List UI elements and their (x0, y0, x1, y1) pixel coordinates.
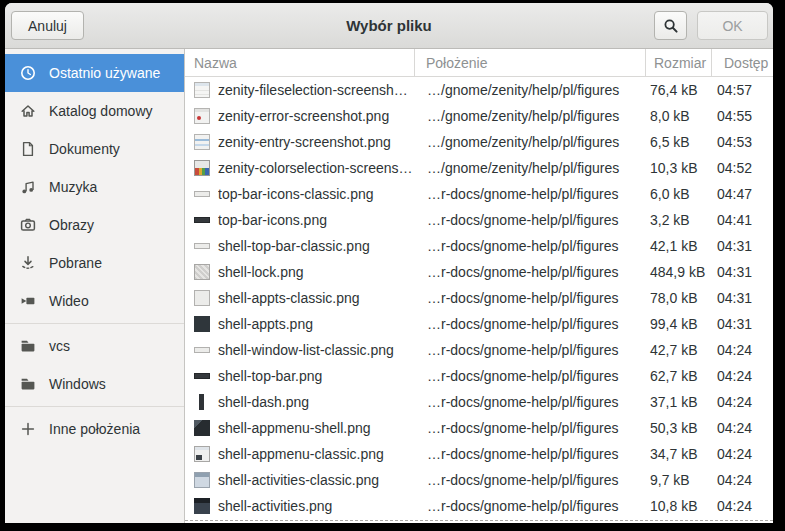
file-name: zenity-entry-screenshot.png (218, 134, 391, 150)
file-name: top-bar-icons.png (218, 212, 327, 228)
file-row[interactable]: top-bar-icons.png…r-docs/gnome-help/pl/f… (185, 207, 773, 233)
file-accessed: 04:31 (711, 290, 773, 306)
file-row[interactable]: top-bar-icons-classic.png…r-docs/gnome-h… (185, 181, 773, 207)
file-accessed: 04:52 (711, 160, 773, 176)
file-accessed: 04:55 (711, 108, 773, 124)
more-rows-indicator (185, 520, 773, 521)
file-row[interactable]: shell-dash.png…r-docs/gnome-help/pl/figu… (185, 389, 773, 415)
file-name: shell-appts.png (218, 316, 313, 332)
ok-button[interactable]: OK (697, 11, 768, 40)
file-row[interactable]: shell-appts-classic.png…r-docs/gnome-hel… (185, 285, 773, 311)
sidebar-separator (5, 406, 184, 407)
file-name-cell: shell-appmenu-classic.png (185, 446, 414, 462)
sidebar-item-pobrane[interactable]: Pobrane (5, 244, 184, 282)
file-location: …r-docs/gnome-help/pl/figures (414, 290, 645, 306)
file-accessed: 04:24 (711, 394, 773, 410)
file-row[interactable]: shell-appts.png…r-docs/gnome-help/pl/fig… (185, 311, 773, 337)
file-size: 8,0 kB (645, 108, 711, 124)
file-accessed: 04:24 (711, 472, 773, 488)
sidebar-item-muzyka[interactable]: Muzyka (5, 168, 184, 206)
file-row[interactable]: shell-window-list-classic.png…r-docs/gno… (185, 337, 773, 363)
file-size: 3,2 kB (645, 212, 711, 228)
file-name-cell: zenity-colorselection-screens… (185, 160, 414, 176)
file-size: 6,5 kB (645, 134, 711, 150)
file-list-area: Nazwa Położenie Rozmiar Dostęp zenity-fi… (185, 49, 773, 523)
search-button[interactable] (654, 11, 687, 40)
file-accessed: 04:24 (711, 420, 773, 436)
sidebar-item-label: Ostatnio używane (49, 65, 160, 81)
file-location: …/gnome/zenity/help/pl/figures (414, 108, 645, 124)
file-thumbnail-icon (194, 342, 210, 358)
file-name-cell: shell-appmenu-shell.png (185, 420, 414, 436)
file-accessed: 04:47 (711, 186, 773, 202)
file-row[interactable]: zenity-error-screenshot.png…/gnome/zenit… (185, 103, 773, 129)
file-thumbnail-icon (194, 82, 210, 98)
file-name-cell: zenity-fileselection-screensh… (185, 82, 414, 98)
sidebar-item-obrazy[interactable]: Obrazy (5, 206, 184, 244)
file-row[interactable]: shell-top-bar-classic.png…r-docs/gnome-h… (185, 233, 773, 259)
file-size: 9,7 kB (645, 472, 711, 488)
sidebar-item-windows[interactable]: Windows (5, 365, 184, 403)
file-row[interactable]: zenity-entry-screenshot.png…/gnome/zenit… (185, 129, 773, 155)
file-location: …r-docs/gnome-help/pl/figures (414, 472, 645, 488)
file-thumbnail-icon (194, 160, 210, 176)
file-row[interactable]: zenity-fileselection-screensh……/gnome/ze… (185, 77, 773, 103)
clock-icon (20, 65, 36, 81)
sidebar-item-katalog-domowy[interactable]: Katalog domowy (5, 92, 184, 130)
file-thumbnail-icon (194, 238, 210, 254)
column-header-name[interactable]: Nazwa (185, 49, 414, 76)
file-name-cell: shell-activities.png (185, 498, 414, 514)
file-name-cell: shell-activities-classic.png (185, 472, 414, 488)
file-size: 10,8 kB (645, 498, 711, 514)
file-thumbnail-icon (194, 368, 210, 384)
column-header-size[interactable]: Rozmiar (645, 49, 711, 76)
column-header-location[interactable]: Położenie (414, 49, 645, 76)
file-name: shell-activities.png (218, 498, 332, 514)
file-row[interactable]: shell-appmenu-classic.png…r-docs/gnome-h… (185, 441, 773, 467)
file-name-cell: shell-lock.png (185, 264, 414, 280)
file-accessed: 04:24 (711, 446, 773, 462)
file-row[interactable]: shell-top-bar.png…r-docs/gnome-help/pl/f… (185, 363, 773, 389)
column-header-accessed[interactable]: Dostęp (711, 49, 773, 76)
file-size: 484,9 kB (645, 264, 711, 280)
file-accessed: 04:57 (711, 82, 773, 98)
file-name-cell: shell-appts.png (185, 316, 414, 332)
file-size: 34,7 kB (645, 446, 711, 462)
file-name-cell: shell-top-bar.png (185, 368, 414, 384)
file-row[interactable]: shell-activities-classic.png…r-docs/gnom… (185, 467, 773, 493)
file-list: zenity-fileselection-screensh……/gnome/ze… (185, 77, 773, 523)
dialog-title: Wybór pliku (346, 17, 432, 34)
file-thumbnail-icon (194, 212, 210, 228)
folder-icon (20, 338, 36, 354)
sidebar-item-wideo[interactable]: Wideo (5, 282, 184, 320)
file-row[interactable]: shell-appmenu-shell.png…r-docs/gnome-hel… (185, 415, 773, 441)
file-size: 76,4 kB (645, 82, 711, 98)
file-name: zenity-error-screenshot.png (218, 108, 389, 124)
file-location: …r-docs/gnome-help/pl/figures (414, 264, 645, 280)
file-thumbnail-icon (194, 186, 210, 202)
file-row[interactable]: zenity-colorselection-screens……/gnome/ze… (185, 155, 773, 181)
cancel-button[interactable]: Anuluj (11, 11, 84, 40)
sidebar-item-label: Obrazy (49, 217, 94, 233)
sidebar-item-label: Dokumenty (49, 141, 120, 157)
file-thumbnail-icon (194, 316, 210, 332)
file-row[interactable]: shell-activities.png…r-docs/gnome-help/p… (185, 493, 773, 519)
file-name-cell: zenity-error-screenshot.png (185, 108, 414, 124)
sidebar-item-vcs[interactable]: vcs (5, 327, 184, 365)
file-thumbnail-icon (194, 134, 210, 150)
file-name-cell: zenity-entry-screenshot.png (185, 134, 414, 150)
file-name: zenity-colorselection-screens… (218, 160, 413, 176)
sidebar-item-label: Katalog domowy (49, 103, 153, 119)
file-name: shell-dash.png (218, 394, 309, 410)
file-row[interactable]: shell-lock.png…r-docs/gnome-help/pl/figu… (185, 259, 773, 285)
file-thumbnail-icon (194, 264, 210, 280)
file-thumbnail-icon (194, 108, 210, 124)
file-accessed: 04:24 (711, 342, 773, 358)
file-location: …r-docs/gnome-help/pl/figures (414, 316, 645, 332)
sidebar-item-dokumenty[interactable]: Dokumenty (5, 130, 184, 168)
sidebar-item-ostatnio-uzywane[interactable]: Ostatnio używane (5, 54, 184, 92)
file-name-cell: shell-appts-classic.png (185, 290, 414, 306)
sidebar-item-inne-polozenia[interactable]: Inne położenia (5, 410, 184, 448)
file-size: 42,1 kB (645, 238, 711, 254)
file-thumbnail-icon (194, 394, 210, 410)
